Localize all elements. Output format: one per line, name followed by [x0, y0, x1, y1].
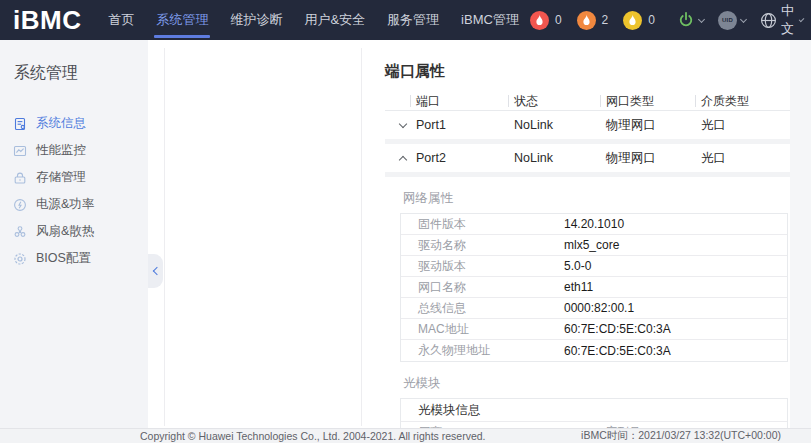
right-gutter: [790, 40, 811, 428]
kv-value: mlx5_core: [564, 238, 787, 252]
ibmc-time-value: 2021/03/27 13:32(UTC+00:00): [638, 429, 781, 441]
network-properties-label: 网络属性: [403, 190, 790, 207]
optical-module-info-header: 光模块信息: [401, 399, 787, 422]
kv-value: 60:7E:CD:5E:C0:3A: [564, 344, 787, 358]
column-header-status: 状态: [508, 93, 600, 110]
uid-icon: UID: [718, 11, 737, 30]
nav-item-home[interactable]: 首页: [97, 0, 145, 40]
minor-alarm-flame-icon: [623, 11, 642, 30]
ibmc-time-label: iBMC时间：: [581, 429, 638, 441]
nav-item-maintenance[interactable]: 维护诊断: [219, 0, 293, 40]
kv-value: 5.0-0: [564, 259, 787, 273]
power-control-dropdown[interactable]: [677, 11, 704, 29]
power-circle-icon: [13, 198, 27, 212]
ibmc-logo[interactable]: iBMC: [13, 0, 81, 40]
kv-row-bus-info: 总线信息 0000:82:00.1: [401, 298, 787, 319]
table-row-port2[interactable]: Port2 NoLink 物理网口 光口: [385, 144, 790, 172]
port-name: Port2: [410, 151, 508, 165]
port-name: Port1: [410, 118, 508, 132]
ibmc-time: iBMC时间：2021/03/27 13:32(UTC+00:00): [581, 429, 781, 443]
nav-item-user-security[interactable]: 用户&安全: [293, 0, 376, 40]
critical-alarm-button[interactable]: 0: [530, 11, 562, 30]
sidebar-item-label: 风扇&散热: [36, 223, 94, 240]
sidebar-item-label: 性能监控: [36, 142, 86, 159]
major-alarm-button[interactable]: 2: [577, 11, 609, 30]
kv-value: 60:7E:CD:5E:C0:3A: [564, 322, 787, 336]
storage-lock-icon: [13, 171, 27, 185]
sidebar-item-performance[interactable]: 性能监控: [0, 137, 148, 164]
collapse-chevron-up-icon[interactable]: [399, 155, 407, 163]
minor-alarm-button[interactable]: 0: [623, 11, 655, 30]
chevron-left-icon: [152, 267, 160, 275]
panel-divider-line: [164, 48, 165, 426]
sidebar-item-label: BIOS配置: [36, 250, 91, 267]
kv-row-firmware-version: 固件版本 14.20.1010: [401, 214, 787, 235]
sidebar-collapse-button[interactable]: [148, 254, 163, 288]
chevron-down-icon: [740, 15, 747, 22]
kv-label: 总线信息: [401, 300, 564, 317]
footer-bar: Copyright © Huawei Technologies Co., Ltd…: [0, 428, 811, 443]
major-alarm-count: 2: [602, 13, 609, 27]
kv-row-mac-address: MAC地址 60:7E:CD:5E:C0:3A: [401, 319, 787, 340]
top-navbar: iBMC 首页 系统管理 维护诊断 用户&安全 服务管理 iBMC管理 0 2: [0, 0, 811, 40]
line-chart-icon: [13, 144, 27, 158]
ports-table-header: 端口 状态 网口类型 介质类型: [385, 92, 790, 111]
fan-icon: [13, 225, 27, 239]
network-properties-table: 固件版本 14.20.1010 驱动名称 mlx5_core 驱动版本 5.0-…: [400, 213, 788, 362]
port-media: 光口: [695, 150, 790, 167]
language-label: 中文: [781, 2, 796, 38]
kv-value: eth11: [564, 280, 787, 294]
nav-item-ibmc-mgmt[interactable]: iBMC管理: [450, 0, 530, 40]
panel-divider-line: [361, 48, 362, 426]
page-title: 端口属性: [385, 62, 790, 81]
kv-value: 14.20.1010: [564, 217, 787, 231]
port-type: 物理网口: [600, 150, 695, 167]
sidebar-item-bios[interactable]: BIOS配置: [0, 245, 148, 272]
gear-icon: [13, 252, 27, 266]
major-alarm-flame-icon: [577, 11, 596, 30]
sidebar-item-storage[interactable]: 存储管理: [0, 164, 148, 191]
port-type: 物理网口: [600, 117, 695, 134]
nav-item-services[interactable]: 服务管理: [376, 0, 450, 40]
kv-value: 0000:82:00.1: [564, 301, 787, 315]
kv-row-driver-version: 驱动版本 5.0-0: [401, 256, 787, 277]
critical-alarm-count: 0: [555, 13, 562, 27]
column-header-port: 端口: [410, 93, 508, 110]
document-icon: [13, 117, 27, 131]
sidebar-item-system-info[interactable]: 系统信息: [0, 110, 148, 137]
sidebar-item-label: 存储管理: [36, 169, 86, 186]
column-header-media-type: 介质类型: [695, 93, 790, 110]
expand-chevron-down-icon[interactable]: [399, 119, 407, 127]
port-status: NoLink: [508, 118, 600, 132]
sidebar-item-power[interactable]: 电源&功率: [0, 191, 148, 218]
kv-label: 永久物理地址: [401, 342, 564, 359]
table-row-port1[interactable]: Port1 NoLink 物理网口 光口: [385, 111, 790, 139]
globe-icon: [760, 12, 777, 29]
kv-row-permanent-mac: 永久物理地址 60:7E:CD:5E:C0:3A: [401, 340, 787, 361]
sidebar-menu: 系统信息 性能监控 存储管理: [0, 110, 148, 272]
sidebar-item-fans[interactable]: 风扇&散热: [0, 218, 148, 245]
kv-label: MAC地址: [401, 321, 564, 338]
port-status: NoLink: [508, 151, 600, 165]
row-separator: [385, 172, 790, 177]
kv-label: 驱动名称: [401, 237, 564, 254]
navbar-right-cluster: 0 2 0: [530, 2, 811, 38]
kv-label: 驱动版本: [401, 258, 564, 275]
uid-control-dropdown[interactable]: UID: [718, 11, 746, 30]
kv-row-port-name: 网口名称 eth11: [401, 277, 787, 298]
column-header-port-type: 网口类型: [600, 93, 695, 110]
kv-label: 网口名称: [401, 279, 564, 296]
chevron-down-icon: [798, 16, 804, 22]
copyright-text: Copyright © Huawei Technologies Co., Ltd…: [140, 430, 486, 442]
kv-label: 固件版本: [401, 216, 564, 233]
nav-item-system[interactable]: 系统管理: [145, 0, 219, 40]
power-icon: [677, 11, 695, 29]
kv-row-driver-name: 驱动名称 mlx5_core: [401, 235, 787, 256]
critical-alarm-flame-icon: [530, 11, 549, 30]
sidebar-title: 系统管理: [0, 40, 148, 84]
sidebar-item-label: 系统信息: [36, 115, 86, 132]
sidebar-item-label: 电源&功率: [36, 196, 94, 213]
sidebar: 系统管理 系统信息 性能监控: [0, 40, 148, 428]
language-selector[interactable]: 中文: [760, 2, 803, 38]
port-media: 光口: [695, 117, 790, 134]
